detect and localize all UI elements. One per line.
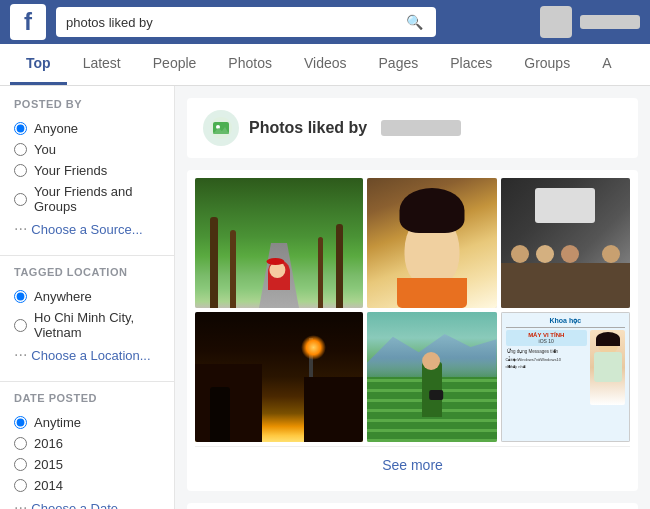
choose-date-link[interactable]: ··· Choose a Date... — [14, 496, 160, 509]
search-input[interactable] — [66, 15, 406, 30]
date-posted-section: DATE POSTED Anytime 2016 2015 2014 ··· C… — [0, 392, 174, 509]
nav-tabs: Top Latest People Photos Videos Pages Pl… — [0, 44, 650, 86]
photo-meeting[interactable] — [501, 178, 631, 308]
posted-by-title: POSTED BY — [14, 98, 160, 110]
photos-icon — [203, 110, 239, 146]
photo-grid: Khoa học MÁY VI TÍNH iOS 10 Ứng dụng Mes… — [187, 170, 638, 491]
date-anytime[interactable]: Anytime — [14, 412, 160, 433]
photo-girl-selfie[interactable] — [367, 178, 497, 308]
end-of-results: End of Results — [187, 503, 638, 509]
posted-by-section: POSTED BY Anyone You Your Friends Your F… — [0, 98, 174, 241]
user-name-blurred — [381, 120, 461, 136]
user-avatar — [540, 6, 572, 38]
photo-night-street[interactable] — [195, 312, 363, 442]
mag-line4: CảitiệnWindows7vàWindows10 — [506, 357, 588, 362]
choose-location-link[interactable]: ··· Choose a Location... — [14, 343, 160, 367]
user-name — [580, 15, 640, 29]
posted-by-you[interactable]: You — [14, 139, 160, 160]
tab-pages[interactable]: Pages — [363, 44, 435, 85]
posted-by-anyone[interactable]: Anyone — [14, 118, 160, 139]
tab-people[interactable]: People — [137, 44, 213, 85]
location-hcmc[interactable]: Ho Chi Minh City, Vietnam — [14, 307, 160, 343]
main-layout: POSTED BY Anyone You Your Friends Your F… — [0, 86, 650, 509]
tab-groups[interactable]: Groups — [508, 44, 586, 85]
location-anywhere[interactable]: Anywhere — [14, 286, 160, 307]
mag-line5: dễthấy nhất — [506, 364, 588, 369]
tab-videos[interactable]: Videos — [288, 44, 363, 85]
photo-magazine[interactable]: Khoa học MÁY VI TÍNH iOS 10 Ứng dụng Mes… — [501, 312, 631, 442]
tab-places[interactable]: Places — [434, 44, 508, 85]
tab-latest[interactable]: Latest — [67, 44, 137, 85]
mag-line2: iOS 10 — [508, 338, 586, 344]
header: f 🔍 — [0, 0, 650, 44]
photo-girl-camera[interactable] — [367, 312, 497, 442]
mag-line3: Ứng dụng Messages tiến — [506, 348, 588, 355]
date-2015[interactable]: 2015 — [14, 454, 160, 475]
posted-by-friends[interactable]: Your Friends — [14, 160, 160, 181]
tab-top[interactable]: Top — [10, 44, 67, 85]
date-posted-title: DATE POSTED — [14, 392, 160, 404]
choose-source-link[interactable]: ··· Choose a Source... — [14, 217, 160, 241]
facebook-logo: f — [10, 4, 46, 40]
tagged-location-section: TAGGED LOCATION Anywhere Ho Chi Minh Cit… — [0, 266, 174, 367]
search-bar[interactable]: 🔍 — [56, 7, 436, 37]
content-area: Photos liked by — [175, 86, 650, 509]
date-2016[interactable]: 2016 — [14, 433, 160, 454]
search-icon[interactable]: 🔍 — [406, 14, 423, 30]
sidebar: POSTED BY Anyone You Your Friends Your F… — [0, 86, 175, 509]
photo-row-top — [195, 178, 630, 308]
tab-more[interactable]: A — [586, 44, 627, 85]
posted-by-friends-groups[interactable]: Your Friends and Groups — [14, 181, 160, 217]
content-title-prefix: Photos liked by — [249, 119, 367, 137]
see-more-button[interactable]: See more — [195, 446, 630, 483]
photo-row-bottom: Khoa học MÁY VI TÍNH iOS 10 Ứng dụng Mes… — [195, 312, 630, 442]
content-header: Photos liked by — [187, 98, 638, 158]
tab-photos[interactable]: Photos — [212, 44, 288, 85]
mag-title: Khoa học — [506, 317, 626, 328]
tagged-location-title: TAGGED LOCATION — [14, 266, 160, 278]
date-2014[interactable]: 2014 — [14, 475, 160, 496]
photo-forest[interactable] — [195, 178, 363, 308]
